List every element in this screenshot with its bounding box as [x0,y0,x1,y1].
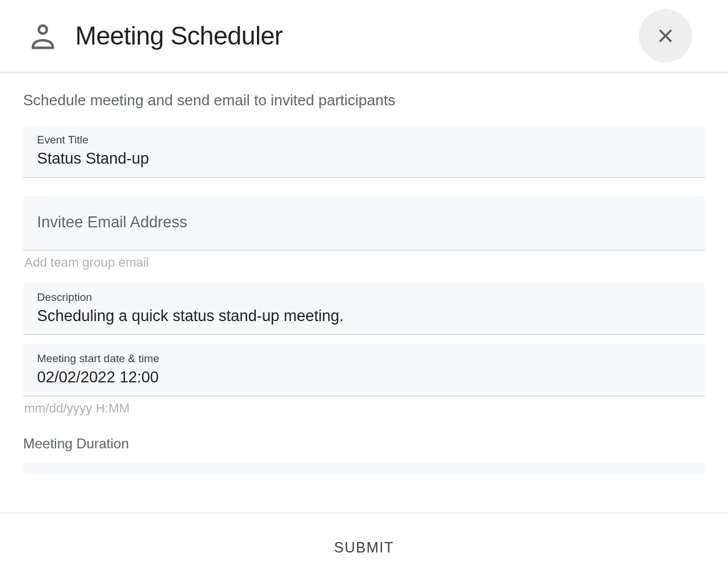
description-field[interactable]: Description [23,283,705,335]
dialog-header: Meeting Scheduler [0,0,728,73]
form-subtitle: Schedule meeting and send email to invit… [23,91,705,109]
start-datetime-helper-text: mm/dd/yyyy H:MM [23,401,705,416]
invitee-email-field[interactable]: Invitee Email Address [23,196,705,251]
invitee-helper-text: Add team group email [23,255,705,270]
invitee-email-label: Invitee Email Address [37,204,691,241]
svg-point-0 [39,25,47,34]
close-button[interactable] [639,9,692,62]
event-title-label: Event Title [37,134,691,146]
dialog-title: Meeting Scheduler [75,21,282,50]
duration-field[interactable] [23,462,705,475]
event-title-input[interactable] [37,150,691,168]
event-title-field[interactable]: Event Title [23,126,705,178]
dialog-footer: SUBMIT [0,513,728,582]
duration-label: Meeting Duration [23,436,705,452]
start-datetime-field[interactable]: Meeting start date & time [23,344,705,396]
description-input[interactable] [37,307,691,325]
description-label: Description [37,291,691,304]
person-icon [28,21,58,51]
form-content: Schedule meeting and send email to invit… [0,73,728,499]
start-datetime-label: Meeting start date & time [37,352,691,365]
submit-button[interactable]: SUBMIT [311,528,417,568]
close-icon [656,26,675,46]
start-datetime-input[interactable] [37,369,691,386]
